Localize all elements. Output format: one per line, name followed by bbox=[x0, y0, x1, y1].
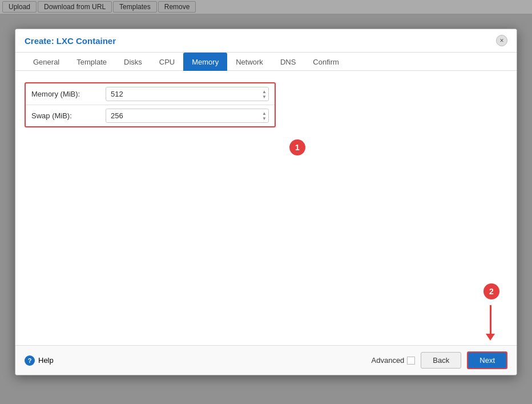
arrow-line bbox=[490, 305, 491, 334]
memory-row: Memory (MiB): ▲ ▼ bbox=[26, 83, 275, 105]
dialog: Create: LXC Container × General Template… bbox=[15, 29, 517, 375]
dialog-header: Create: LXC Container × bbox=[15, 29, 517, 53]
memory-spinner[interactable]: ▲ ▼ bbox=[262, 89, 267, 99]
swap-input[interactable] bbox=[106, 109, 269, 123]
close-button[interactable]: × bbox=[496, 35, 507, 46]
advanced-label: Advanced bbox=[372, 356, 405, 365]
tab-dns[interactable]: DNS bbox=[272, 53, 304, 71]
annotation-arrow bbox=[486, 305, 495, 341]
tab-memory[interactable]: Memory bbox=[183, 53, 227, 71]
swap-label: Swap (MiB): bbox=[31, 111, 106, 120]
annotation-badge-2: 2 bbox=[483, 283, 499, 299]
tab-disks[interactable]: Disks bbox=[115, 53, 151, 71]
memory-input-wrap: ▲ ▼ bbox=[106, 87, 269, 101]
tab-bar: General Template Disks CPU Memory Networ… bbox=[15, 53, 517, 71]
tab-cpu[interactable]: CPU bbox=[151, 53, 183, 71]
dialog-footer: ? Help Advanced Back Next bbox=[15, 345, 517, 375]
memory-input[interactable] bbox=[106, 87, 269, 101]
modal-overlay: Create: LXC Container × General Template… bbox=[0, 0, 532, 404]
tab-confirm[interactable]: Confirm bbox=[304, 53, 348, 71]
dialog-body: Memory (MiB): ▲ ▼ Swap (MiB): ▲ bbox=[15, 71, 517, 345]
swap-input-wrap: ▲ ▼ bbox=[106, 109, 269, 123]
advanced-wrap: Advanced bbox=[372, 356, 416, 365]
memory-up-arrow[interactable]: ▲ bbox=[262, 89, 267, 94]
swap-up-arrow[interactable]: ▲ bbox=[262, 111, 267, 115]
tab-general[interactable]: General bbox=[25, 53, 68, 71]
swap-spinner[interactable]: ▲ ▼ bbox=[262, 111, 267, 121]
memory-down-arrow[interactable]: ▼ bbox=[262, 94, 267, 99]
advanced-checkbox[interactable] bbox=[407, 357, 415, 365]
swap-row: Swap (MiB): ▲ ▼ bbox=[26, 105, 275, 126]
tab-network[interactable]: Network bbox=[227, 53, 272, 71]
swap-down-arrow[interactable]: ▼ bbox=[262, 116, 267, 121]
back-button[interactable]: Back bbox=[421, 352, 461, 369]
tab-template[interactable]: Template bbox=[68, 53, 115, 71]
help-icon[interactable]: ? bbox=[25, 355, 35, 366]
footer-right: Advanced Back Next bbox=[372, 351, 507, 369]
dialog-title: Create: LXC Container bbox=[25, 36, 116, 46]
memory-label: Memory (MiB): bbox=[31, 90, 106, 98]
memory-form-section: Memory (MiB): ▲ ▼ Swap (MiB): ▲ bbox=[25, 82, 276, 127]
footer-left: ? Help bbox=[25, 355, 54, 366]
arrow-head bbox=[486, 334, 495, 341]
next-button[interactable]: Next bbox=[467, 351, 507, 369]
help-label: Help bbox=[38, 356, 54, 365]
annotation-badge-1: 1 bbox=[289, 139, 305, 155]
